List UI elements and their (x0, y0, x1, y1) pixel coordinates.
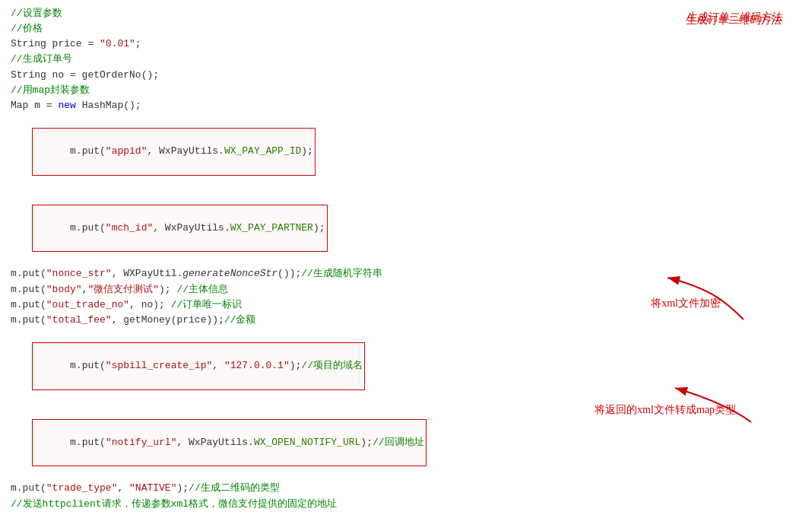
code-line: HttpClient client = new HttpClient( url:… (9, 512, 812, 515)
code-line: String no = getOrderNo(); (9, 68, 812, 83)
code-line: m.put("nonce_str", WXPayUtil.generateNon… (9, 266, 812, 281)
annotation-xml-encrypt: 将xml文件加密 (651, 297, 721, 310)
code-container: 生成订单二维码方法 //设置参数 //价格 String price = "0.… (0, 0, 812, 515)
code-line: m.put("spbill_create_ip", "127.0.0.1");/… (8, 328, 812, 405)
code-line: m.put("appid", WxPayUtils.WX_PAY_APP_ID)… (8, 113, 812, 190)
code-line: m.put("mch_id", WxPayUtils.WX_PAY_PARTNE… (8, 190, 812, 267)
code-line: //发送httpclient请求，传递参数xml格式，微信支付提供的固定的地址 (9, 497, 812, 512)
code-line: m.put("body","微信支付测试"); //主体信息 (9, 282, 812, 297)
annotation-qr-method: 生成订单二维码方法 (687, 11, 783, 24)
code-line: //用map封装参数 (9, 83, 812, 98)
code-line: Map m = new HashMap(); (9, 98, 812, 113)
code-line: m.put("trade_type", "NATIVE");//生成二维码的类型 (9, 481, 812, 496)
code-line: String price = "0.01"; (9, 37, 812, 52)
code-line: m.put("total_fee", getMoney(price));//金额 (9, 313, 812, 328)
annotation-xml-to-map: 将返回的xml文件转成map类型 (595, 403, 736, 417)
code-line: //生成订单号 (9, 52, 812, 67)
